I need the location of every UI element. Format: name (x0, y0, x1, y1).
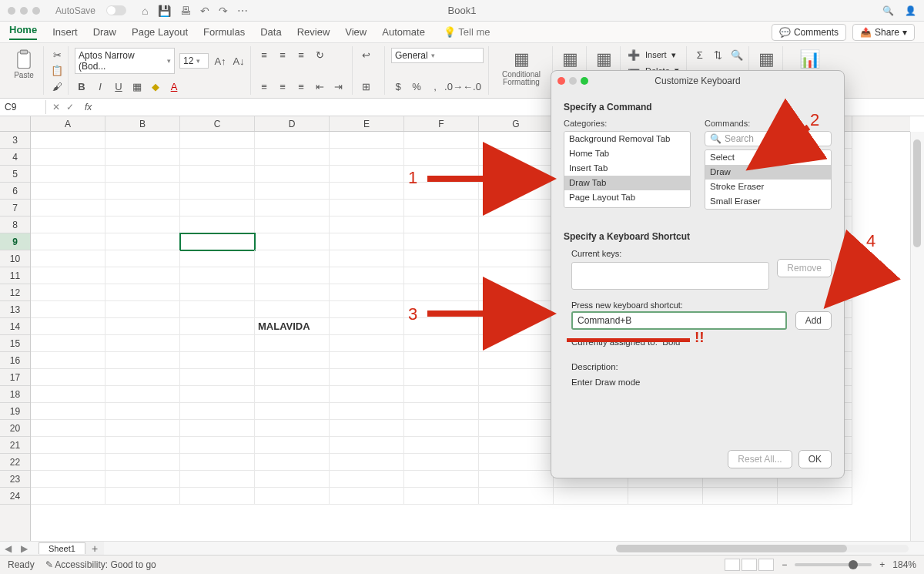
dialog-minimize-icon[interactable] (569, 77, 577, 85)
row-header-5[interactable]: 5 (0, 166, 30, 183)
col-header-D[interactable]: D (255, 116, 330, 131)
home-icon[interactable]: ⌂ (142, 5, 148, 17)
account-icon[interactable]: 👤 (905, 5, 916, 16)
cell-G8[interactable] (479, 217, 554, 233)
cell-E18[interactable] (330, 386, 404, 403)
cell-C12[interactable] (180, 284, 255, 301)
row-header-18[interactable]: 18 (0, 386, 30, 403)
cell-A11[interactable] (31, 267, 105, 284)
row-header-8[interactable]: 8 (0, 217, 30, 233)
category-item[interactable]: Background Removal Tab (564, 132, 690, 146)
bold-icon[interactable]: B (75, 79, 89, 93)
cell-A14[interactable] (31, 318, 105, 335)
cell-B14[interactable] (105, 318, 180, 335)
currency-icon[interactable]: $ (391, 79, 405, 93)
cell-E15[interactable] (330, 335, 404, 352)
cell-C5[interactable] (180, 166, 255, 183)
cell-F20[interactable] (404, 420, 479, 437)
align-bottom-icon[interactable]: ≡ (294, 48, 308, 62)
cell-C10[interactable] (180, 250, 255, 267)
cell-B17[interactable] (105, 369, 180, 386)
row-header-21[interactable]: 21 (0, 437, 30, 454)
cell-G18[interactable] (479, 386, 554, 403)
overflow-icon[interactable]: ⋯ (237, 5, 248, 17)
underline-icon[interactable]: U (112, 79, 126, 93)
view-buttons[interactable] (725, 559, 774, 571)
cell-C8[interactable] (180, 217, 255, 233)
cell-C15[interactable] (180, 335, 255, 352)
cell-C21[interactable] (180, 437, 255, 454)
zoom-slider[interactable] (795, 563, 872, 566)
cell-C3[interactable] (180, 132, 255, 149)
sheet-nav-left-icon[interactable]: ◀ (0, 543, 16, 554)
cell-G21[interactable] (479, 437, 554, 454)
cell-F14[interactable] (404, 318, 479, 335)
cell-A21[interactable] (31, 437, 105, 454)
cell-B11[interactable] (105, 267, 180, 284)
font-name-select[interactable]: Aptos Narrow (Bod...▾ (75, 48, 175, 74)
cell-G5[interactable] (479, 166, 554, 183)
row-header-15[interactable]: 15 (0, 335, 30, 352)
command-item[interactable]: Small Eraser (705, 194, 831, 209)
format-painter-icon[interactable]: 🖌 (50, 79, 64, 93)
cell-G3[interactable] (479, 132, 554, 149)
cell-G20[interactable] (479, 420, 554, 437)
cell-B23[interactable] (105, 471, 180, 488)
cell-A16[interactable] (31, 352, 105, 369)
cell-F11[interactable] (404, 267, 479, 284)
cell-D21[interactable] (255, 437, 330, 454)
row-header-6[interactable]: 6 (0, 183, 30, 200)
cell-G12[interactable] (479, 284, 554, 301)
cell-D7[interactable] (255, 200, 330, 217)
commands-search-input[interactable]: 🔍 Search (705, 131, 832, 146)
cell-F8[interactable] (404, 217, 479, 233)
cell-D20[interactable] (255, 420, 330, 437)
orientation-icon[interactable]: ↻ (313, 48, 326, 62)
name-box[interactable]: C9 (0, 100, 46, 114)
cell-A19[interactable] (31, 403, 105, 420)
row-header-12[interactable]: 12 (0, 284, 30, 301)
row-header-10[interactable]: 10 (0, 250, 30, 267)
cell-E13[interactable] (330, 301, 404, 318)
print-icon[interactable]: 🖶 (180, 5, 191, 17)
cell-D5[interactable] (255, 166, 330, 183)
cell-A5[interactable] (31, 166, 105, 183)
undo-icon[interactable]: ↶ (200, 5, 209, 17)
cell-G10[interactable] (479, 250, 554, 267)
row-header-3[interactable]: 3 (0, 132, 30, 149)
merge-icon[interactable]: ⊞ (359, 79, 373, 93)
dialog-zoom-icon[interactable] (581, 77, 588, 85)
decrease-decimal-icon[interactable]: ←.0 (465, 79, 479, 93)
cell-B7[interactable] (105, 200, 180, 217)
close-dot[interactable] (8, 7, 15, 15)
cell-G13[interactable] (479, 301, 554, 318)
cell-F4[interactable] (404, 149, 479, 166)
cell-C19[interactable] (180, 403, 255, 420)
cell-B8[interactable] (105, 217, 180, 233)
insert-cells-icon[interactable]: ➕ (627, 48, 641, 62)
cell-A10[interactable] (31, 250, 105, 267)
cell-F21[interactable] (404, 437, 479, 454)
italic-icon[interactable]: I (93, 79, 107, 93)
cell-A8[interactable] (31, 217, 105, 233)
cell-E19[interactable] (330, 403, 404, 420)
cell-F17[interactable] (404, 369, 479, 386)
share-button[interactable]: 📤 Share ▾ (852, 24, 915, 41)
add-button[interactable]: Add (795, 311, 832, 330)
cell-B12[interactable] (105, 284, 180, 301)
cell-F23[interactable] (404, 471, 479, 488)
cell-B3[interactable] (105, 132, 180, 149)
cell-G6[interactable] (479, 183, 554, 200)
command-item[interactable]: Medium Eraser (705, 209, 831, 210)
tab-view[interactable]: View (345, 26, 367, 38)
cell-A20[interactable] (31, 420, 105, 437)
row-header-14[interactable]: 14 (0, 318, 30, 335)
cell-C20[interactable] (180, 420, 255, 437)
cell-F15[interactable] (404, 335, 479, 352)
cell-D8[interactable] (255, 217, 330, 233)
cell-D19[interactable] (255, 403, 330, 420)
cell-K24[interactable] (778, 488, 852, 505)
cell-I24[interactable] (628, 488, 703, 505)
cell-E22[interactable] (330, 454, 404, 471)
cell-F22[interactable] (404, 454, 479, 471)
